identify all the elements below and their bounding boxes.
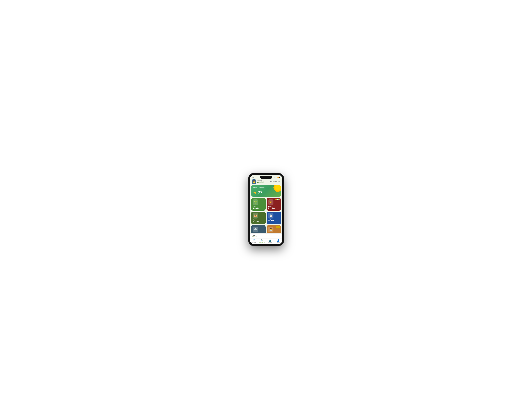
- popup-date: ember 2022: [252, 236, 257, 237]
- nav-resources-icon: 📺: [269, 239, 271, 242]
- task-icon-bg: 📋: [268, 213, 273, 219]
- new-badge-crop: New 🔗: [275, 199, 280, 200]
- screen: 9:41 ▌▌▌ 📶 ▮ 👩 Welcome Annabel: [250, 175, 282, 244]
- nav-resources-label: Resources: [268, 242, 272, 243]
- popup-close-button[interactable]: ×: [279, 235, 280, 237]
- welcome-label: Welcome: [257, 180, 264, 181]
- wifi-icon: 📶: [277, 177, 279, 178]
- inventory-icon: 🧺: [254, 214, 257, 217]
- nav-my-records[interactable]: 📄 My Records: [250, 239, 258, 243]
- header: 👩 Welcome Annabel 5th December, 2024: [250, 179, 282, 185]
- temperature: 27: [258, 191, 263, 195]
- popup-text: d Updated: [252, 235, 257, 236]
- weather-temp-row: ☀️ 27 °: [253, 191, 279, 195]
- nav-plant-icon: 🔍: [261, 239, 263, 242]
- plant-crop-icon: 🌾: [269, 200, 272, 204]
- status-icons: ▌▌▌ 📶 ▮: [274, 177, 280, 178]
- cloud-icon-bg: 🌧️: [253, 227, 258, 232]
- inventory-icon-bg: 🧺: [253, 213, 258, 219]
- new-badge-agro: New 🔗: [275, 226, 280, 228]
- cloud-icon: 🌧️: [254, 228, 257, 231]
- phone-inner: 9:41 ▌▌▌ 📶 ▮ 👩 Welcome Annabel: [249, 173, 284, 246]
- nav-plant-crop-care[interactable]: 🔍 Plant/Crop Care: [258, 239, 266, 243]
- header-date: 5th December, 2024: [270, 181, 280, 182]
- farm-records-icon-bg: 🌱: [253, 199, 258, 205]
- popup-bar: d Updated ember 2022 ×: [250, 234, 282, 238]
- degree-symbol: °: [264, 192, 264, 194]
- location-pin-icon: 📍: [253, 188, 254, 190]
- card-my-inventory[interactable]: 🧺 MyInventory: [251, 212, 266, 224]
- plant-crop-label: Plant/Crop Care: [268, 206, 279, 209]
- task-label: My Task: [268, 219, 279, 221]
- nav-plant-label: Plant/Crop Care: [259, 242, 265, 243]
- nav-account-label: Account: [277, 242, 280, 243]
- card-farm-records[interactable]: 🌱 FarmRecords: [251, 198, 266, 211]
- scene: 9:41 ▌▌▌ 📶 ▮ 👩 Welcome Annabel: [235, 166, 297, 253]
- agro-icon: 👨‍⚕️: [269, 228, 272, 231]
- nav-resources[interactable]: 📺 Resources: [266, 239, 274, 243]
- notch: [260, 176, 272, 179]
- avatar: 👩: [252, 179, 256, 184]
- phone-shell: 9:41 ▌▌▌ 📶 ▮ 👩 Welcome Annabel: [248, 173, 284, 246]
- weather-card[interactable]: Tuesday, 23 December 📍 34 James Street, …: [251, 185, 281, 197]
- battery-icon: ▮: [279, 177, 280, 178]
- cards-grid: 🌱 FarmRecords New 🔗 🌾 Plant/Crop Care: [251, 198, 281, 234]
- signal-icon: ▌▌▌: [274, 177, 277, 178]
- status-time: 9:41: [252, 176, 255, 178]
- nav-account-icon: 👤: [277, 239, 280, 242]
- user-name: Annabel: [257, 181, 264, 183]
- agro-icon-bg: 👨‍⚕️: [268, 227, 273, 232]
- scroll-content[interactable]: Tuesday, 23 December 📍 34 James Street, …: [250, 185, 282, 234]
- farm-records-label: FarmRecords: [253, 206, 264, 209]
- bottom-nav: 📄 My Records 🔍 Plant/Crop Care 📺 Resourc…: [250, 238, 282, 244]
- welcome-text: Welcome Annabel: [257, 180, 264, 183]
- popup-content: d Updated ember 2022: [252, 235, 257, 237]
- farm-records-icon: 🌱: [254, 200, 257, 204]
- task-icon: 📋: [269, 214, 272, 217]
- inventory-label: MyInventory: [253, 219, 264, 223]
- card-plant-crop-care[interactable]: New 🔗 🌾 Plant/Crop Care: [266, 198, 281, 211]
- card-cloud[interactable]: 🌧️ RainForecast: [251, 225, 266, 234]
- agro-label: AgrohqSpecialist: [268, 233, 279, 234]
- card-agrohq[interactable]: New 🔗 👨‍⚕️ AgrohqSpecialist: [266, 225, 281, 234]
- sun-icon: ☀️: [253, 191, 257, 194]
- nav-account[interactable]: 👤 Account: [274, 239, 282, 243]
- plant-crop-icon-bg: 🌾: [268, 199, 273, 205]
- cloud-label: RainForecast: [253, 233, 264, 234]
- card-my-task[interactable]: 📋 My Task: [266, 212, 281, 224]
- user-info: 👩 Welcome Annabel: [252, 179, 264, 184]
- nav-records-label: My Records: [252, 242, 256, 243]
- nav-records-icon: 📄: [253, 239, 255, 242]
